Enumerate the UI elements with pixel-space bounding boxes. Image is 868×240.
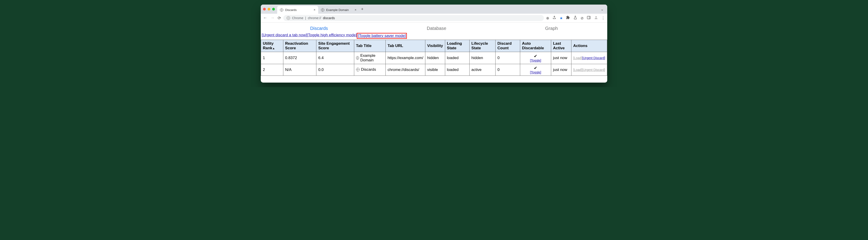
browser-window: Discards × Example Domain × + ⌄ ← → ⟳ Ch…	[261, 5, 607, 83]
urgent-discard-link[interactable]: [Urgent discard a tab now]	[262, 33, 307, 39]
cell-discard-count: 0	[496, 52, 520, 64]
cell-visibility: hidden	[425, 52, 445, 64]
cell-react: 0.8372	[283, 52, 316, 64]
cell-auto: ✔[Toggle]	[520, 64, 551, 76]
globe-icon	[321, 8, 324, 12]
col-discard-count[interactable]: Discard Count	[496, 40, 520, 52]
cell-url: https://example.com/	[386, 52, 425, 64]
sort-asc-icon: ▲	[272, 47, 275, 50]
cell-actions: [Load][Urgent Discard]	[571, 64, 607, 76]
col-lifecycle-state[interactable]: Lifecycle State	[470, 40, 496, 52]
browser-tab-example[interactable]: Example Domain ×	[318, 6, 359, 14]
load-action-disabled: [Load]	[573, 68, 582, 72]
col-auto-discardable[interactable]: Auto Discardable	[520, 40, 551, 52]
top-actions: [Urgent discard a tab now][Toggle high e…	[261, 33, 607, 39]
cell-engage: 0.0	[316, 64, 354, 76]
cell-lifecycle: active	[470, 64, 496, 76]
table-row: 1 0.8372 6.4 Example Domain https://exam…	[261, 52, 607, 64]
omnibox-sep: |	[305, 16, 306, 20]
toggle-auto-link[interactable]: [Toggle]	[522, 59, 549, 62]
load-action-disabled: [Load]	[573, 56, 582, 60]
omnibox-path: discards	[323, 16, 335, 20]
svg-rect-0	[587, 16, 590, 19]
col-last-active[interactable]: Last Active	[551, 40, 571, 52]
cell-discard-count: 0	[496, 64, 520, 76]
cell-rank: 1	[261, 52, 283, 64]
col-actions[interactable]: Actions	[571, 40, 607, 52]
cell-last-active: just now	[551, 64, 571, 76]
highlight-box: [Toggle battery saver mode]	[357, 33, 407, 39]
table-header-row: Utility Rank▲ Reactivation Score Site En…	[261, 40, 607, 52]
forward-button[interactable]: →	[270, 16, 274, 21]
omnibox[interactable]: Chrome | chrome://discards	[283, 15, 544, 21]
maximize-window-button[interactable]	[272, 8, 275, 10]
col-engagement[interactable]: Site Engagement Score	[316, 40, 354, 52]
minimize-window-button[interactable]	[268, 8, 270, 10]
star-icon[interactable]: ★	[560, 16, 563, 20]
close-tab-icon[interactable]: ×	[314, 8, 315, 12]
sidepanel-icon[interactable]	[587, 16, 591, 21]
reload-button[interactable]: ⟳	[278, 16, 281, 21]
menu-icon[interactable]: ⋮	[601, 16, 605, 20]
address-bar-row: ← → ⟳ Chrome | chrome://discards ⊕ ★ ⊘	[261, 14, 607, 23]
back-button[interactable]: ←	[263, 16, 267, 21]
discards-table: Utility Rank▲ Reactivation Score Site En…	[261, 40, 607, 76]
col-tab-title[interactable]: Tab Title	[354, 40, 386, 52]
zoom-icon[interactable]: ⊕	[546, 16, 549, 20]
globe-icon	[356, 56, 359, 60]
tab-graph[interactable]: Graph	[545, 26, 558, 31]
cell-rank: 2	[261, 64, 283, 76]
cell-engage: 6.4	[316, 52, 354, 64]
page-content: Discards Database Graph [Urgent discard …	[261, 23, 607, 83]
col-tab-url[interactable]: Tab URL	[386, 40, 425, 52]
profile-icon[interactable]	[594, 16, 598, 21]
cell-visibility: visible	[425, 64, 445, 76]
close-window-button[interactable]	[263, 8, 266, 10]
check-icon: ✔	[534, 66, 537, 70]
globe-icon	[356, 68, 360, 71]
new-tab-button[interactable]: +	[361, 7, 364, 12]
tab-title: Discards	[285, 8, 297, 12]
tab-strip: Discards × Example Domain × +	[277, 5, 600, 14]
share-icon[interactable]	[552, 16, 556, 21]
nav-buttons: ← → ⟳	[263, 16, 281, 21]
omnibox-prefix: Chrome	[292, 16, 303, 20]
col-visibility[interactable]: Visibility	[425, 40, 445, 52]
svg-point-2	[595, 16, 597, 18]
cell-react: N/A	[283, 64, 316, 76]
cell-last-active: just now	[551, 52, 571, 64]
chrome-icon	[286, 16, 290, 20]
tab-discards[interactable]: Discards	[310, 26, 328, 31]
urgent-discard-action[interactable]: [Urgent Discard]	[582, 56, 605, 60]
cell-loading: loaded	[445, 64, 470, 76]
col-utility-rank[interactable]: Utility Rank▲	[261, 40, 283, 52]
omnibox-scheme: chrome://	[308, 16, 321, 20]
traffic-lights	[263, 8, 275, 10]
cell-title: Discards	[354, 64, 386, 76]
urgent-discard-action-disabled: [Urgent Discard]	[582, 68, 605, 72]
cell-url: chrome://discards/	[386, 64, 425, 76]
labs-icon[interactable]	[573, 16, 578, 21]
cell-title: Example Domain	[354, 52, 386, 64]
toggle-high-efficiency-link[interactable]: [Toggle high efficiency mode]	[307, 33, 357, 39]
titlebar: Discards × Example Domain × + ⌄	[261, 5, 607, 14]
close-tab-icon[interactable]: ×	[355, 8, 356, 12]
table-row: 2 N/A 0.0 Discards chrome://discards/ vi…	[261, 64, 607, 76]
chevron-down-icon[interactable]: ⌄	[600, 7, 603, 11]
cell-actions: [Load][Urgent Discard]	[571, 52, 607, 64]
extensions-icon[interactable]	[566, 16, 570, 21]
col-reactivation[interactable]: Reactivation Score	[283, 40, 316, 52]
page-tabs: Discards Database Graph	[261, 24, 607, 33]
globe-icon	[280, 8, 283, 12]
col-loading-state[interactable]: Loading State	[445, 40, 470, 52]
cell-loading: loaded	[445, 52, 470, 64]
tab-database[interactable]: Database	[427, 26, 446, 31]
toggle-battery-saver-link[interactable]: [Toggle battery saver mode]	[358, 33, 406, 38]
cell-lifecycle: hidden	[470, 52, 496, 64]
browser-tab-discards[interactable]: Discards ×	[277, 6, 318, 14]
toggle-auto-link[interactable]: [Toggle]	[522, 70, 549, 74]
cell-auto: ✔[Toggle]	[520, 52, 551, 64]
update-icon[interactable]: ⊘	[581, 16, 584, 20]
tab-title: Example Domain	[326, 8, 349, 12]
toolbar-right: ⊕ ★ ⊘ ⋮	[546, 16, 605, 21]
